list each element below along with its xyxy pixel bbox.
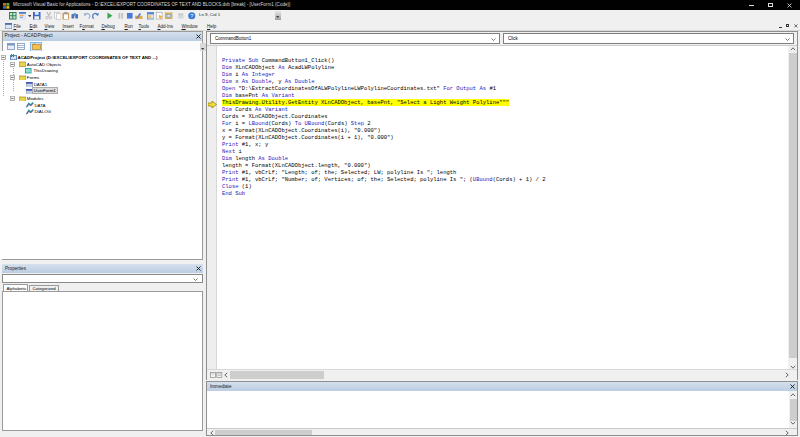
- svg-text:?: ?: [190, 13, 193, 19]
